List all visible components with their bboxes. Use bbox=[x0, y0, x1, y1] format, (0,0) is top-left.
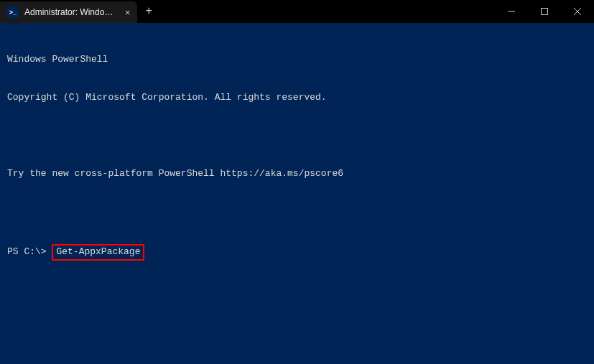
intro-line: Windows PowerShell bbox=[7, 53, 587, 66]
prompt-prefix: PS C:\> bbox=[7, 246, 52, 258]
titlebar: >_ Administrator: Windows PowerS ✕ + bbox=[0, 0, 594, 23]
close-tab-icon[interactable]: ✕ bbox=[124, 7, 131, 18]
intro-line: Try the new cross-platform PowerShell ht… bbox=[7, 167, 587, 180]
blank-line bbox=[7, 324, 587, 337]
powershell-icon: >_ bbox=[7, 6, 19, 18]
titlebar-drag-region bbox=[160, 0, 495, 23]
command-highlight: Get-AppxPackage bbox=[52, 244, 144, 261]
minimize-button[interactable] bbox=[495, 0, 528, 23]
blank-line bbox=[7, 129, 587, 142]
tab-title: Administrator: Windows PowerS bbox=[24, 7, 118, 17]
svg-rect-1 bbox=[542, 9, 548, 15]
prompt-line: PS C:\> Get-AppxPackage bbox=[7, 244, 587, 261]
blank-line bbox=[7, 206, 587, 219]
close-window-button[interactable] bbox=[561, 0, 594, 23]
window-controls bbox=[495, 0, 594, 23]
tab-powershell[interactable]: >_ Administrator: Windows PowerS ✕ bbox=[0, 1, 137, 23]
terminal-output[interactable]: Windows PowerShell Copyright (C) Microso… bbox=[0, 23, 594, 364]
intro-line: Copyright (C) Microsoft Corporation. All… bbox=[7, 91, 587, 104]
new-tab-button[interactable]: + bbox=[137, 0, 160, 23]
maximize-button[interactable] bbox=[528, 0, 561, 23]
blank-line bbox=[7, 286, 587, 299]
